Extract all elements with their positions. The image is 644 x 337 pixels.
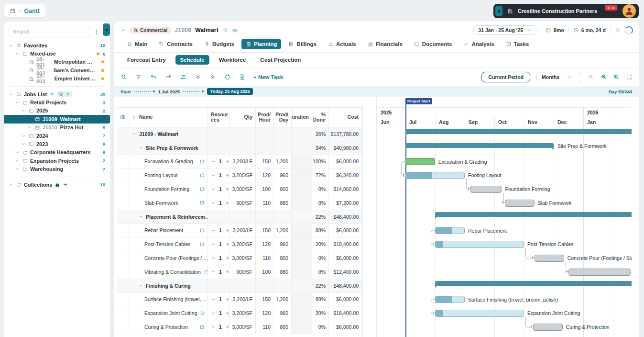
zoom-in-icon[interactable] bbox=[600, 74, 607, 80]
chevron-down-icon[interactable] bbox=[15, 158, 20, 163]
decrease-icon[interactable] bbox=[211, 256, 216, 260]
collapse-group-icon[interactable] bbox=[132, 132, 136, 136]
sidebar-item-jobs-list[interactable]: Jobs List30 bbox=[4, 90, 110, 98]
gantt-summary-bar-finishing-curing[interactable] bbox=[435, 281, 632, 286]
tab-contracts[interactable]: Contracts bbox=[154, 39, 197, 49]
collapse-header-icon[interactable] bbox=[120, 27, 126, 33]
open-task-icon[interactable] bbox=[204, 269, 208, 274]
refresh-icon[interactable] bbox=[224, 74, 231, 80]
sidebar-item-18-001-metropolitan-bank[interactable]: 18-001Metropolitan Bank bbox=[4, 58, 110, 66]
decrease-icon[interactable] bbox=[211, 228, 216, 233]
task-row-rebar-placement[interactable]: Rebar Placement13,200/LF1501,20088%$6,00… bbox=[117, 224, 362, 238]
table-grid-icon[interactable] bbox=[120, 114, 126, 120]
gantt-summary-bar-site-prep-formwork[interactable] bbox=[405, 143, 554, 148]
today-badge[interactable]: Today, 23 Aug 2025 bbox=[207, 88, 253, 95]
decrease-icon[interactable] bbox=[211, 173, 216, 178]
filter-icon[interactable] bbox=[135, 74, 142, 80]
decrease-icon[interactable] bbox=[211, 201, 216, 205]
task-row-footing-layout[interactable]: Footing Layout13,200/SF12096072%$6,340.0… bbox=[117, 168, 362, 182]
gantt-bar-excavation-grading[interactable] bbox=[405, 158, 435, 165]
sidebar-item-mixed-use[interactable]: Mixed-use6 bbox=[4, 49, 110, 57]
zoom-reset-icon[interactable] bbox=[613, 74, 620, 80]
sidebar-item-expansion-projects[interactable]: Expansion Projects2 bbox=[4, 157, 110, 165]
chevron-down-icon[interactable] bbox=[21, 134, 26, 138]
favorite-star-icon[interactable] bbox=[100, 68, 105, 73]
task-row-vibrating-consolidation[interactable]: Vibrating & Consolidation1900/SF1008800%… bbox=[117, 265, 362, 279]
gantt-bar-post-tension-cables[interactable] bbox=[435, 241, 524, 248]
collapse-group-icon[interactable] bbox=[139, 146, 143, 150]
search-icon[interactable] bbox=[120, 74, 127, 80]
search-input[interactable] bbox=[9, 26, 90, 37]
increase-icon[interactable] bbox=[225, 311, 229, 315]
sidebar-item-collections[interactable]: Collections10 bbox=[4, 180, 110, 189]
gantt-bar-rebar-placement[interactable] bbox=[435, 227, 465, 234]
tab-planning[interactable]: Planning bbox=[241, 39, 282, 49]
increase-icon[interactable] bbox=[225, 201, 229, 205]
timescale-select[interactable]: Months bbox=[536, 72, 581, 82]
sidebar-item-retail-projects[interactable]: Retail Projects3 bbox=[4, 98, 110, 106]
tab-documents[interactable]: Documents bbox=[410, 39, 457, 49]
fullscreen-icon[interactable] bbox=[626, 74, 633, 80]
open-task-icon[interactable] bbox=[200, 311, 205, 316]
increase-icon[interactable] bbox=[225, 173, 229, 178]
expand-all-icon[interactable] bbox=[209, 74, 216, 80]
sidebar-item-2025[interactable]: 20252 bbox=[4, 107, 110, 115]
sidebar-item-2023[interactable]: 20239 bbox=[4, 140, 110, 148]
open-task-icon[interactable] bbox=[199, 242, 205, 247]
open-task-icon[interactable] bbox=[199, 228, 205, 233]
kebab-menu-icon[interactable] bbox=[93, 29, 99, 35]
export-icon[interactable] bbox=[239, 74, 246, 80]
navbar-collapse-button[interactable] bbox=[495, 6, 502, 16]
sidebar-item-j1010-pizza-hut[interactable]: J1010Pizza Hut5 bbox=[4, 124, 110, 132]
task-row-expansion-joint-cutting[interactable]: Expansion Joint Cutting13,200/SF12096020… bbox=[117, 306, 362, 320]
task-row-curing-protection[interactable]: Curing & Protection13,000/SF1108000%$6,0… bbox=[117, 320, 362, 334]
tab-main[interactable]: Main bbox=[122, 39, 152, 49]
tab-analysis[interactable]: Analysis bbox=[459, 39, 498, 49]
chevron-up-icon[interactable] bbox=[21, 108, 26, 113]
task-row-j1009-wallmart[interactable]: J1009 - Wallmart26%$137,780.00 bbox=[117, 127, 362, 141]
breadcrumb[interactable]: › Gantt bbox=[4, 4, 45, 17]
sidebar-item-2024[interactable]: 20247 bbox=[4, 132, 110, 140]
gantt-bar-slab-formwork[interactable] bbox=[505, 200, 535, 207]
chevron-down-icon[interactable] bbox=[9, 182, 14, 187]
decrease-icon[interactable] bbox=[211, 311, 216, 315]
sort-icon[interactable] bbox=[49, 91, 55, 97]
tree-filter-pill[interactable] bbox=[57, 91, 72, 97]
gear-icon[interactable] bbox=[232, 27, 238, 34]
decrease-icon[interactable] bbox=[211, 242, 216, 247]
open-task-icon[interactable] bbox=[199, 159, 205, 164]
favorite-star-icon[interactable] bbox=[96, 51, 100, 56]
gantt-bar-curing-protection[interactable] bbox=[533, 324, 563, 331]
sidebar-item-j1009-walmart[interactable]: J1009Walmart bbox=[4, 115, 110, 123]
collapse-group-icon[interactable] bbox=[139, 214, 143, 219]
chevron-up-icon[interactable] bbox=[9, 43, 14, 48]
increase-icon[interactable] bbox=[225, 256, 229, 260]
chevron-down-icon[interactable] bbox=[15, 51, 20, 56]
decrease-icon[interactable] bbox=[211, 270, 216, 274]
chevron-down-icon[interactable] bbox=[15, 167, 20, 171]
gantt-bar-footing-layout[interactable] bbox=[405, 172, 465, 179]
chevron-up-icon[interactable] bbox=[9, 92, 14, 97]
tab-tasks[interactable]: Tasks bbox=[502, 39, 534, 49]
date-range-select[interactable]: 31 Jan - 25 Aug '25 bbox=[473, 25, 536, 35]
gantt-bar-vibrating-consolidation[interactable] bbox=[568, 269, 631, 276]
gantt-bar-concrete-pour-footings-sl[interactable] bbox=[535, 255, 564, 262]
increase-icon[interactable] bbox=[225, 297, 229, 302]
open-task-icon[interactable] bbox=[199, 173, 205, 178]
favorite-star-icon[interactable] bbox=[222, 27, 228, 33]
sidebar-collapse-button[interactable] bbox=[103, 23, 110, 36]
chevron-down-icon[interactable] bbox=[27, 125, 33, 130]
tab-financials[interactable]: Financials bbox=[363, 39, 407, 49]
sidebar-item-favorites[interactable]: Favorites10 bbox=[4, 41, 110, 49]
task-row-site-prep-formwork[interactable]: Site Prep & Formwork34%$40,980.00 bbox=[117, 141, 362, 155]
chevron-up-icon[interactable] bbox=[15, 100, 20, 105]
increase-icon[interactable] bbox=[225, 325, 229, 329]
task-row-surface-finishing-trowel-br[interactable]: Surface Finishing (trowel, br...13,200/L… bbox=[117, 293, 362, 307]
chevron-down-icon[interactable] bbox=[15, 150, 20, 155]
gantt-bar-foundation-forming[interactable] bbox=[470, 186, 502, 193]
gantt-summary-bar-j1009-wallmart[interactable] bbox=[405, 129, 632, 134]
subtab-cost-projection[interactable]: Cost Projection bbox=[255, 55, 306, 65]
open-task-icon[interactable] bbox=[199, 200, 205, 205]
add-collection-icon[interactable] bbox=[63, 182, 68, 187]
gantt-bar-expansion-joint-cutting[interactable] bbox=[435, 310, 524, 317]
